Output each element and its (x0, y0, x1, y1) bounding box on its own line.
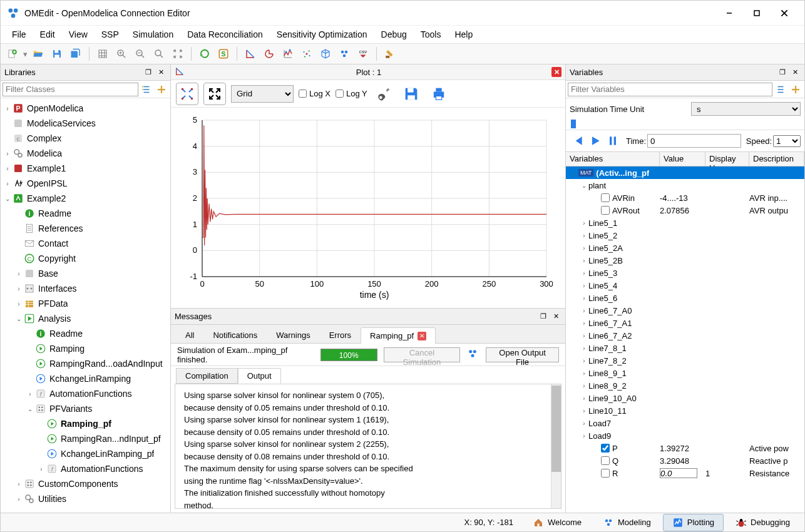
tree-item[interactable]: ›PFData (1, 296, 170, 311)
filter-variables-input[interactable] (568, 83, 772, 96)
messages-output[interactable]: Using sparse solver kinsol for nonlinear… (175, 384, 561, 509)
msg-subtab[interactable]: Compilation (176, 368, 238, 384)
open-button[interactable] (30, 46, 46, 62)
plot3-button[interactable] (280, 46, 296, 62)
tree-item[interactable]: KchangeLinRamping_pf (1, 446, 170, 461)
plot2-button[interactable] (261, 46, 277, 62)
collapse-all-icon[interactable] (140, 83, 153, 96)
simulate-button[interactable]: S (215, 46, 232, 62)
var-item[interactable]: ›Line5_1 (566, 217, 804, 229)
tree-item[interactable]: ›Base (1, 266, 170, 281)
var-item[interactable]: ›Line7_8_1 (566, 342, 804, 354)
mode-welcome[interactable]: Welcome (523, 514, 591, 531)
msg-tab[interactable]: Ramping_pf✕ (361, 327, 436, 344)
zoomin-button[interactable] (113, 46, 130, 62)
mode-plotting[interactable]: Plotting (663, 514, 724, 531)
run-button[interactable] (197, 46, 213, 62)
var-item[interactable]: ›Line5_4 (566, 279, 804, 292)
menu-ssp[interactable]: SSP (95, 27, 125, 42)
zoomfit-button[interactable] (151, 46, 167, 62)
var-item[interactable]: ›Line5_2A (566, 242, 804, 254)
var-item[interactable]: ›Line5_6 (566, 292, 804, 304)
tree-item[interactable]: ModelicaServices (1, 116, 170, 131)
save-plot-button[interactable] (400, 83, 423, 105)
menu-data-reconciliation[interactable]: Data Reconciliation (181, 27, 269, 42)
saveall-button[interactable] (68, 46, 84, 62)
play-button[interactable] (587, 133, 603, 149)
tree-item[interactable]: CCopyright (1, 251, 170, 266)
undock-icon[interactable]: ❐ (538, 311, 549, 322)
tree-item[interactable]: ›fAutomationFunctions (1, 461, 170, 476)
sim-unit-select[interactable]: s (691, 102, 801, 116)
tree-item[interactable]: ⌄PFVariants (1, 401, 170, 416)
menu-view[interactable]: View (63, 27, 94, 42)
tree-item[interactable]: KchangeLinRamping (1, 371, 170, 386)
3d-button[interactable] (317, 46, 334, 62)
filter-classes-input[interactable] (3, 83, 138, 96)
collapse-all-icon[interactable] (774, 83, 787, 96)
var-item[interactable]: ›Line8_9_2 (566, 379, 804, 392)
var-item[interactable]: ›Line6_7_A2 (566, 329, 804, 342)
maximize-button[interactable] (743, 4, 771, 23)
var-item[interactable]: AVRin-4....-13AVR inp.... (566, 192, 804, 204)
tab-close-icon[interactable]: ✕ (418, 332, 426, 340)
undock-icon[interactable]: ❐ (143, 67, 154, 78)
speed-select[interactable]: 1 (773, 135, 801, 147)
var-item[interactable]: R1Resistance (566, 467, 804, 479)
tree-item[interactable]: ⌄Example2 (1, 191, 170, 206)
plot-close-button[interactable]: ✕ (551, 67, 561, 77)
print-button[interactable] (428, 83, 450, 105)
minimize-button[interactable] (715, 4, 743, 23)
tree-item[interactable]: Ramping_pf (1, 416, 170, 431)
var-item[interactable]: ⌄MAT(Activ...ing_pf (566, 166, 804, 179)
tree-item[interactable]: iReadme (1, 326, 170, 341)
var-item[interactable]: Q3.29048Reactive p (566, 454, 804, 467)
menu-file[interactable]: File (6, 27, 33, 42)
undock-icon[interactable]: ❐ (777, 67, 788, 78)
variables-tree[interactable]: ⌄MAT(Activ...ing_pf⌄plantAVRin-4....-13A… (566, 166, 804, 513)
msg-tab[interactable]: Errors (320, 327, 361, 343)
tree-item[interactable]: Contact (1, 236, 170, 251)
expand-all-icon[interactable] (155, 83, 168, 96)
menu-edit[interactable]: Edit (34, 27, 61, 42)
logy-checkbox[interactable]: Log Y (336, 89, 367, 98)
tree-item[interactable]: iReadme (1, 206, 170, 221)
close-button[interactable] (771, 4, 798, 23)
expand-all-icon[interactable] (789, 83, 802, 96)
rewind-button[interactable] (570, 133, 586, 149)
mode-modeling[interactable]: Modeling (593, 514, 660, 531)
tree-item[interactable]: ›CustomComponents (1, 476, 170, 491)
fit-button[interactable] (170, 46, 186, 62)
var-item[interactable]: ›Line8_9_1 (566, 367, 804, 379)
time-input[interactable] (647, 134, 741, 148)
tree-item[interactable]: ›Example1 (1, 161, 170, 176)
menu-tools[interactable]: Tools (414, 27, 448, 42)
tree-item[interactable]: RampingRand...oadAndInput (1, 356, 170, 371)
menu-debug[interactable]: Debug (375, 27, 413, 42)
mode-debugging[interactable]: Debugging (726, 514, 799, 531)
menu-simulation[interactable]: Simulation (126, 27, 180, 42)
var-item[interactable]: ⌄plant (566, 179, 804, 192)
tree-item[interactable]: ⌄Analysis (1, 311, 170, 326)
msg-tab[interactable]: Warnings (267, 327, 319, 343)
var-item[interactable]: ›Line9_10_A0 (566, 392, 804, 404)
settings-button[interactable] (372, 83, 395, 105)
tree-item[interactable]: ›POpenModelica (1, 101, 170, 116)
tree-item[interactable]: RampingRan...ndInput_pf (1, 431, 170, 446)
scatter-button[interactable] (299, 46, 315, 62)
close-panel-icon[interactable]: ✕ (789, 67, 801, 78)
tree-item[interactable]: ›Interfaces (1, 281, 170, 296)
grid-button[interactable] (95, 46, 111, 62)
menu-help[interactable]: Help (448, 27, 479, 42)
save-button[interactable] (49, 46, 65, 62)
var-item[interactable]: AVRout2.07856AVR outpu (566, 204, 804, 217)
var-item[interactable]: ›Line6_7_A1 (566, 317, 804, 329)
tree-item[interactable]: ›Utilities (1, 491, 170, 506)
clear-button[interactable] (382, 46, 398, 62)
tree-item[interactable]: ›OpenIPSL (1, 176, 170, 191)
var-item[interactable]: ›Line5_3 (566, 267, 804, 279)
msg-tab[interactable]: Notifications (203, 327, 267, 343)
csv-button[interactable]: CSV (355, 46, 371, 62)
tree-item[interactable]: Ramping (1, 341, 170, 356)
view-mode-select[interactable]: Grid (231, 85, 294, 103)
